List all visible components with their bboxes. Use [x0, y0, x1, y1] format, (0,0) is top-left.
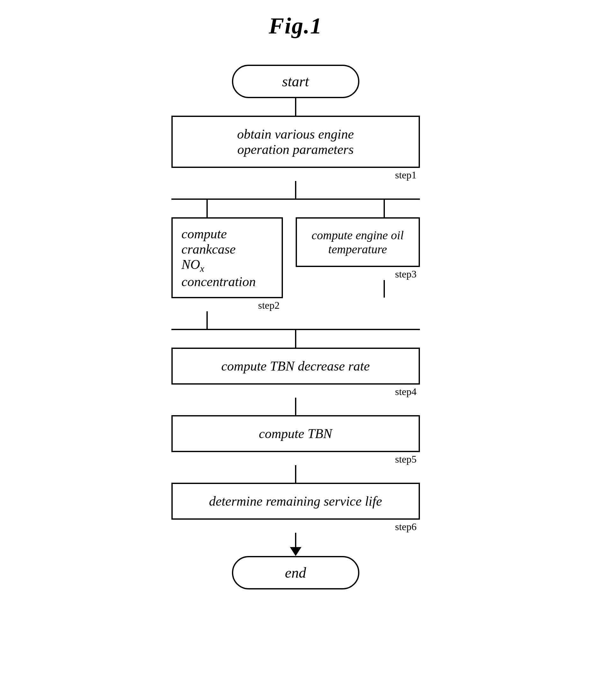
step4-box: compute TBN decrease rate [172, 347, 420, 385]
end-terminal: end [232, 556, 359, 589]
step6-wrapper: determine remaining service life step6 [172, 483, 420, 533]
connector-3 [295, 330, 296, 347]
connector-5 [295, 465, 296, 483]
step2-wrapper: compute crankcase NOx concentration step… [172, 217, 283, 311]
connector-left-1 [206, 200, 208, 217]
step5-wrapper: compute TBN step5 [172, 415, 420, 465]
split-section: compute crankcase NOx concentration step… [172, 181, 420, 347]
h-split-bar [172, 198, 420, 200]
step1-box: obtain various engine operation paramete… [172, 116, 420, 168]
connector-right-2 [384, 280, 385, 298]
connector-right-1 [384, 200, 385, 217]
connector-left-2 [206, 311, 208, 329]
step3-box: compute engine oil temperature [296, 217, 420, 267]
right-branch: compute engine oil temperature step3 [296, 200, 420, 298]
arrow-connector [290, 533, 302, 556]
step6-box: determine remaining service life [172, 483, 420, 520]
step1-wrapper: obtain various engine operation paramete… [172, 116, 420, 181]
step6-label: step6 [395, 521, 420, 533]
connector-2 [295, 181, 296, 198]
step4-wrapper: compute TBN decrease rate step4 [172, 347, 420, 398]
left-branch: compute crankcase NOx concentration step… [172, 200, 283, 329]
step3-wrapper: compute engine oil temperature step3 [296, 217, 420, 280]
start-terminal: start [232, 65, 359, 98]
step5-label: step5 [395, 453, 420, 465]
connector-line-6 [295, 533, 296, 547]
page-title: Fig.1 [269, 13, 322, 39]
connector-1 [295, 98, 296, 116]
step4-label: step4 [395, 386, 420, 398]
step1-label: step1 [395, 169, 420, 181]
step3-label: step3 [395, 268, 420, 280]
connector-4 [295, 398, 296, 415]
step5-box: compute TBN [172, 415, 420, 452]
arrow-down-icon [290, 547, 302, 556]
step2-box: compute crankcase NOx concentration [172, 217, 283, 298]
step2-label: step2 [258, 300, 283, 311]
parallel-branches: compute crankcase NOx concentration step… [172, 200, 420, 329]
flowchart: start obtain various engine operation pa… [105, 65, 487, 589]
